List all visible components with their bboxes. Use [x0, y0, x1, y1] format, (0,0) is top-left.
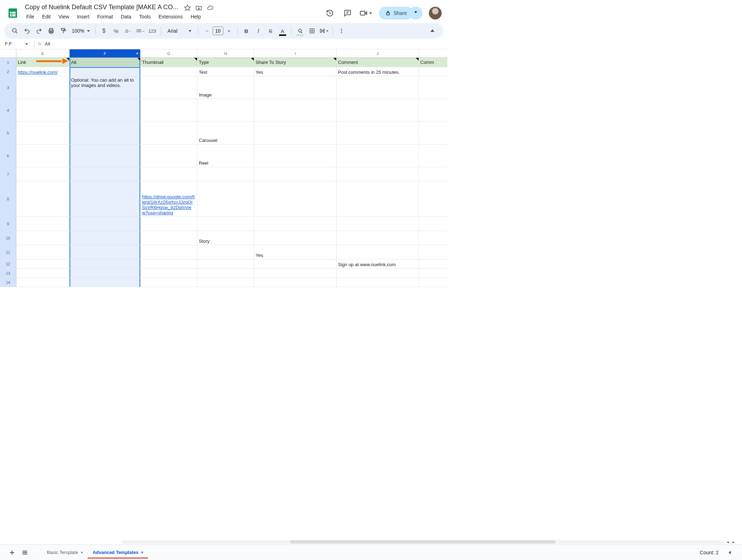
- cell[interactable]: [419, 167, 447, 181]
- cell[interactable]: [337, 181, 419, 217]
- cell[interactable]: Share To Story: [254, 58, 337, 67]
- row-header[interactable]: 6: [0, 144, 16, 167]
- comments-icon[interactable]: [342, 7, 353, 19]
- collapse-toolbar-icon[interactable]: [427, 25, 438, 37]
- cell[interactable]: Thumbnail: [141, 58, 197, 67]
- cell[interactable]: [16, 245, 70, 259]
- cell[interactable]: Optional: You can add an alt to your ima…: [70, 76, 141, 99]
- cell[interactable]: Carousel: [197, 122, 254, 144]
- search-icon[interactable]: [9, 25, 21, 37]
- cell[interactable]: [337, 122, 419, 144]
- row-header[interactable]: 4: [0, 99, 16, 122]
- cell[interactable]: Link: [16, 58, 70, 67]
- cell[interactable]: [197, 278, 254, 287]
- column-header-E[interactable]: E: [16, 49, 70, 58]
- column-header-G[interactable]: G: [141, 49, 197, 58]
- cell[interactable]: [197, 181, 254, 217]
- cell[interactable]: Reel: [197, 144, 254, 167]
- fill-color-icon[interactable]: [294, 25, 306, 37]
- column-header-F[interactable]: F▾: [70, 49, 141, 58]
- cell[interactable]: [16, 231, 70, 245]
- column-header-partial[interactable]: [419, 49, 447, 58]
- more-icon[interactable]: [336, 25, 347, 37]
- cell[interactable]: [254, 99, 337, 122]
- cell[interactable]: [254, 231, 337, 245]
- decrease-font-icon[interactable]: −: [201, 25, 213, 37]
- star-icon[interactable]: [184, 4, 191, 11]
- row-header[interactable]: 13: [0, 269, 16, 278]
- row-header[interactable]: 5: [0, 122, 16, 144]
- cell[interactable]: [337, 278, 419, 287]
- cell[interactable]: [337, 144, 419, 167]
- row-header[interactable]: 12: [0, 259, 16, 269]
- cell[interactable]: [337, 269, 419, 278]
- cell[interactable]: [197, 217, 254, 231]
- cell[interactable]: [16, 167, 70, 181]
- cell[interactable]: [70, 181, 141, 217]
- cell[interactable]: [141, 76, 197, 99]
- cell[interactable]: [337, 231, 419, 245]
- cell[interactable]: Text: [197, 67, 254, 76]
- cell[interactable]: Story: [197, 231, 254, 245]
- cell[interactable]: [16, 217, 70, 231]
- font-size-input[interactable]: [213, 27, 223, 35]
- increase-decimal-icon[interactable]: .00→: [135, 25, 146, 37]
- format-123-icon[interactable]: 123: [147, 25, 158, 37]
- cell[interactable]: Yes: [254, 67, 337, 76]
- cell[interactable]: Comment: [337, 58, 419, 67]
- menu-file[interactable]: File: [23, 12, 38, 21]
- cloud-icon[interactable]: [207, 4, 214, 11]
- cell[interactable]: [141, 167, 197, 181]
- cell[interactable]: [70, 144, 141, 167]
- cell[interactable]: [70, 217, 141, 231]
- history-icon[interactable]: [324, 7, 335, 19]
- cell[interactable]: [16, 99, 70, 122]
- menu-edit[interactable]: Edit: [39, 12, 54, 21]
- cell[interactable]: https://nuelink.com/: [16, 67, 70, 76]
- cell[interactable]: [70, 245, 141, 259]
- menu-format[interactable]: Format: [94, 12, 116, 21]
- row-header[interactable]: 7: [0, 167, 16, 181]
- share-button[interactable]: Share: [379, 7, 413, 20]
- cell[interactable]: [197, 167, 254, 181]
- cell[interactable]: [254, 144, 337, 167]
- doc-title[interactable]: Copy of Nuelink Default CSV Template [MA…: [23, 3, 180, 12]
- cell[interactable]: [141, 122, 197, 144]
- cell[interactable]: [16, 122, 70, 144]
- cell[interactable]: [70, 99, 141, 122]
- menu-help[interactable]: Help: [187, 12, 204, 21]
- cell[interactable]: [419, 259, 447, 269]
- cell[interactable]: Comm: [419, 58, 447, 67]
- sheets-logo[interactable]: [6, 6, 20, 20]
- cell[interactable]: [70, 278, 141, 287]
- column-header-J[interactable]: J: [337, 49, 419, 58]
- bold-icon[interactable]: B: [241, 25, 252, 37]
- cell[interactable]: [16, 76, 70, 99]
- cell[interactable]: [70, 269, 141, 278]
- cell[interactable]: [419, 99, 447, 122]
- print-icon[interactable]: [45, 25, 57, 37]
- row-header[interactable]: 2: [0, 67, 16, 76]
- cell[interactable]: [337, 245, 419, 259]
- row-header[interactable]: 8: [0, 181, 16, 217]
- row-header[interactable]: 9: [0, 217, 16, 231]
- text-color-icon[interactable]: A: [277, 25, 288, 37]
- cell[interactable]: [419, 269, 447, 278]
- cell[interactable]: Post comments in 25 minutes.: [337, 67, 419, 76]
- zoom-select[interactable]: 100%: [70, 28, 92, 34]
- cell[interactable]: Yes: [254, 245, 337, 259]
- account-avatar[interactable]: [429, 7, 442, 20]
- menu-view[interactable]: View: [55, 12, 73, 21]
- merge-cells-icon[interactable]: [318, 25, 330, 37]
- cell[interactable]: [141, 67, 197, 76]
- formula-bar-value[interactable]: Alt: [45, 41, 50, 46]
- cell[interactable]: [141, 259, 197, 269]
- row-header[interactable]: 3: [0, 76, 16, 99]
- currency-icon[interactable]: $: [98, 25, 110, 37]
- cell[interactable]: [419, 181, 447, 217]
- cell[interactable]: Sign up at www.nuelink.com: [337, 259, 419, 269]
- row-header[interactable]: 10: [0, 231, 16, 245]
- cell[interactable]: [141, 99, 197, 122]
- meet-icon[interactable]: [360, 9, 372, 17]
- menu-extensions[interactable]: Extensions: [155, 12, 186, 21]
